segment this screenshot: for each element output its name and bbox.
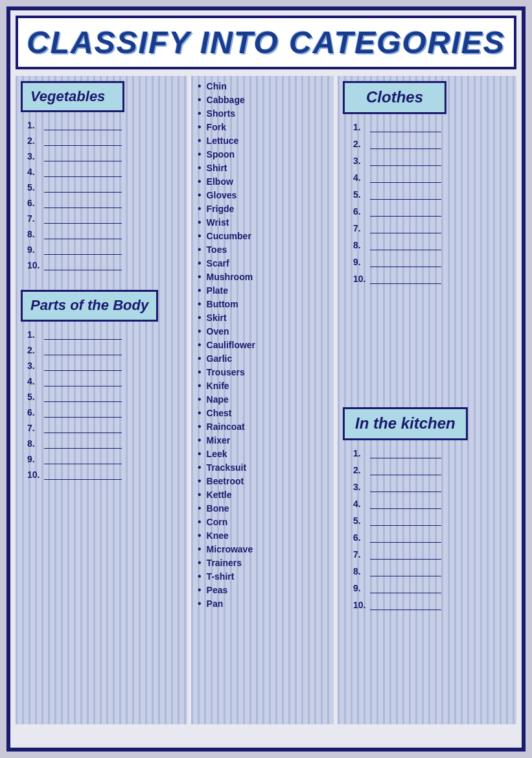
list-item: 10.: [27, 260, 182, 270]
vegetables-header: Vegetables: [21, 81, 124, 112]
list-item: 3.: [27, 151, 182, 161]
list-item: 8.: [353, 566, 511, 576]
parts-of-body-header: Parts of the Body: [21, 290, 158, 321]
list-item: 7.: [27, 423, 182, 433]
word-list-item: Chin: [198, 81, 327, 91]
list-item: 4.: [27, 376, 182, 386]
list-item: 4.: [353, 499, 511, 509]
list-item: 8.: [353, 240, 511, 250]
list-item: 1.: [27, 329, 182, 340]
word-list-item: Trainers: [198, 558, 327, 568]
word-list-item: T-shirt: [198, 571, 327, 582]
word-list-item: Knee: [198, 530, 327, 541]
in-the-kitchen-header: In the kitchen: [343, 407, 468, 440]
word-list-item: Cabbage: [198, 95, 327, 105]
list-item: 5.: [353, 515, 511, 526]
parts-of-body-section: Parts of the Body 1. 2. 3. 4. 5. 6. 7. 8…: [16, 285, 187, 490]
vegetables-list: 1. 2. 3. 4. 5. 6. 7. 8. 9. 10.: [21, 120, 182, 270]
word-list-item: Spoon: [198, 149, 327, 160]
word-list-item: Kettle: [198, 490, 327, 500]
parts-of-body-title: Parts of the Body: [30, 297, 148, 314]
list-item: 3.: [353, 156, 511, 166]
page-container: CLASSIFY INTO CATEGORIES Vegetables 1. 2…: [6, 6, 526, 752]
word-list-item: Toes: [198, 244, 327, 255]
list-item: 9.: [353, 583, 511, 593]
word-list-item: Corn: [198, 517, 327, 527]
word-list-item: Raincoat: [198, 421, 327, 432]
list-item: 7.: [353, 549, 511, 560]
word-list-item: Trousers: [198, 367, 327, 377]
list-item: 4.: [353, 172, 511, 183]
word-list-item: Skirt: [198, 313, 327, 323]
right-column: Clothes 1. 2. 3. 4. 5. 6. 7. 8. 9. 10.: [338, 76, 516, 724]
word-list-item: Peas: [198, 585, 327, 595]
word-list-item: Lettuce: [198, 136, 327, 146]
word-list-item: Bone: [198, 503, 327, 514]
list-item: 1.: [27, 120, 182, 130]
word-list-item: Frigde: [198, 204, 327, 214]
list-item: 3.: [353, 482, 511, 492]
list-item: 10.: [27, 469, 182, 480]
list-item: 9.: [27, 244, 182, 255]
word-list-item: Shirt: [198, 163, 327, 173]
clothes-list: 1. 2. 3. 4. 5. 6. 7. 8. 9. 10.: [343, 122, 511, 284]
page-title: CLASSIFY INTO CATEGORIES: [27, 25, 505, 60]
parts-of-body-list: 1. 2. 3. 4. 5. 6. 7. 8. 9. 10.: [21, 329, 182, 480]
word-list-item: Shorts: [198, 108, 327, 119]
word-list-item: Buttom: [198, 299, 327, 309]
list-item: 6.: [353, 206, 511, 217]
list-item: 9.: [27, 454, 182, 464]
word-list-item: Leek: [198, 449, 327, 459]
list-item: 3.: [27, 361, 182, 371]
word-list-item: Microwave: [198, 544, 327, 554]
list-item: 5.: [27, 182, 182, 193]
word-list: ChinCabbageShortsForkLettuceSpoonShirtEl…: [198, 81, 327, 609]
list-item: 7.: [353, 223, 511, 233]
word-list-item: Fork: [198, 122, 327, 132]
list-item: 2.: [27, 136, 182, 146]
in-the-kitchen-title: In the kitchen: [355, 414, 456, 433]
list-item: 1.: [353, 448, 511, 458]
list-item: 6.: [27, 198, 182, 208]
in-the-kitchen-list: 1. 2. 3. 4. 5. 6. 7. 8. 9. 10.: [343, 448, 511, 610]
clothes-title: Clothes: [355, 88, 434, 107]
list-item: 5.: [353, 189, 511, 200]
word-list-item: Garlic: [198, 353, 327, 364]
vegetables-section: Vegetables 1. 2. 3. 4. 5. 6. 7. 8. 9. 10…: [16, 76, 187, 281]
word-list-item: Beetroot: [198, 476, 327, 486]
title-box: CLASSIFY INTO CATEGORIES: [16, 16, 516, 69]
list-item: 6.: [353, 532, 511, 543]
list-item: 10.: [353, 274, 511, 284]
list-item: 4.: [27, 167, 182, 177]
word-list-item: Gloves: [198, 190, 327, 200]
clothes-header: Clothes: [343, 81, 446, 114]
word-list-item: Cauliflower: [198, 340, 327, 350]
word-list-item: Plate: [198, 285, 327, 296]
word-list-item: Oven: [198, 326, 327, 337]
word-list-item: Scarf: [198, 258, 327, 268]
in-the-kitchen-section: In the kitchen 1. 2. 3. 4. 5. 6. 7. 8. 9…: [338, 402, 516, 724]
word-list-item: Pan: [198, 598, 327, 609]
list-item: 5.: [27, 392, 182, 402]
list-item: 2.: [353, 139, 511, 149]
word-list-item: Mixer: [198, 435, 327, 445]
word-list-item: Tracksuit: [198, 462, 327, 473]
vegetables-title: Vegetables: [30, 88, 115, 105]
main-layout: Vegetables 1. 2. 3. 4. 5. 6. 7. 8. 9. 10…: [16, 76, 516, 724]
list-item: 8.: [27, 438, 182, 449]
list-item: 10.: [353, 600, 511, 610]
word-list-item: Mushroom: [198, 272, 327, 282]
list-item: 6.: [27, 407, 182, 418]
list-item: 2.: [353, 465, 511, 475]
left-column: Vegetables 1. 2. 3. 4. 5. 6. 7. 8. 9. 10…: [16, 76, 187, 724]
word-list-item: Chest: [198, 408, 327, 418]
middle-column: ChinCabbageShortsForkLettuceSpoonShirtEl…: [191, 76, 334, 724]
word-list-item: Nape: [198, 394, 327, 405]
word-list-item: Cucumber: [198, 231, 327, 241]
word-list-item: Knife: [198, 381, 327, 391]
clothes-section: Clothes 1. 2. 3. 4. 5. 6. 7. 8. 9. 10.: [338, 76, 516, 398]
list-item: 1.: [353, 122, 511, 132]
list-item: 2.: [27, 345, 182, 355]
list-item: 9.: [353, 257, 511, 267]
list-item: 7.: [27, 213, 182, 224]
